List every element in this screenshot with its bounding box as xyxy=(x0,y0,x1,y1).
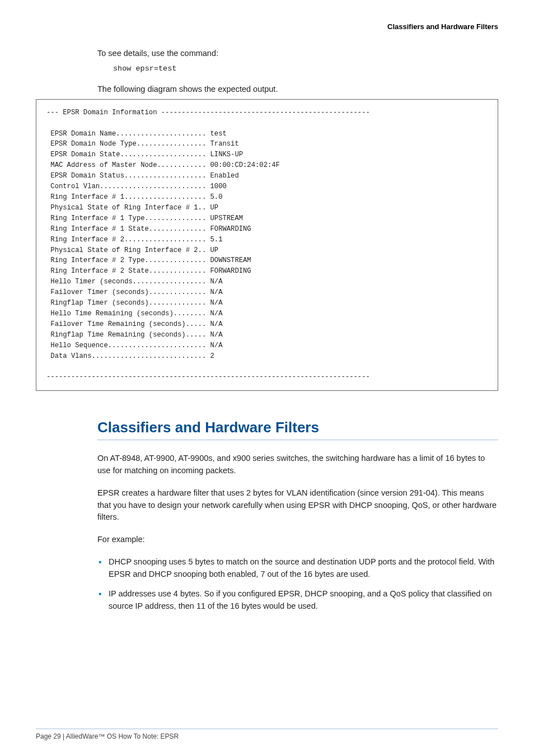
code-output-box: --- EPSR Domain Information ------------… xyxy=(36,99,498,391)
intro-block: To see details, use the command: show ep… xyxy=(97,48,498,96)
bullet-item: DHCP snooping uses 5 bytes to match on t… xyxy=(97,556,498,581)
footer-rule xyxy=(36,729,498,729)
title-underline xyxy=(97,440,498,440)
section-body: On AT-8948, AT-9900, AT-9900s, and x900 … xyxy=(97,452,498,613)
section-paragraph-2: EPSR creates a hardware filter that uses… xyxy=(97,487,498,524)
intro-line-2: The following diagram shows the expected… xyxy=(97,83,498,96)
command-text: show epsr=test xyxy=(113,63,498,74)
page-footer: Page 29 | AlliedWare™ OS How To Note: EP… xyxy=(36,729,498,740)
intro-line-1: To see details, use the command: xyxy=(97,48,498,60)
section-title: Classifiers and Hardware Filters xyxy=(97,419,498,437)
header-title-right: Classifiers and Hardware Filters xyxy=(36,22,498,31)
page: Classifiers and Hardware Filters To see … xyxy=(0,0,534,756)
bullet-item: IP addresses use 4 bytes. So if you conf… xyxy=(97,588,498,613)
bullet-list: DHCP snooping uses 5 bytes to match on t… xyxy=(97,556,498,613)
section-paragraph-3: For example: xyxy=(97,534,498,546)
section-paragraph-1: On AT-8948, AT-9900, AT-9900s, and x900 … xyxy=(97,452,498,477)
footer-text: Page 29 | AlliedWare™ OS How To Note: EP… xyxy=(36,732,498,740)
